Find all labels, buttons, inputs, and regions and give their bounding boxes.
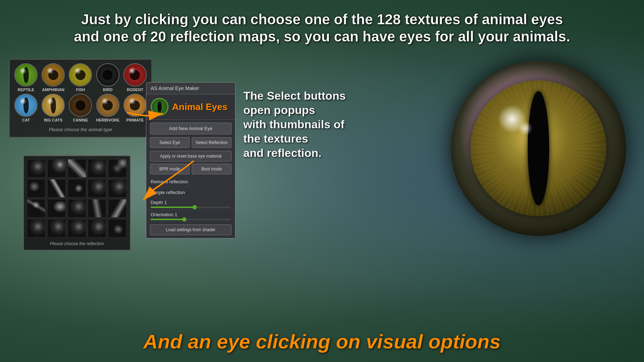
big-eye-iris (470, 80, 606, 216)
animal-label-fish: FISH (76, 88, 85, 92)
reflection-cell-15[interactable] (108, 199, 127, 218)
header-line1: Just by clicking you can choose one of t… (36, 11, 608, 28)
depth-slider-thumb[interactable] (192, 205, 197, 209)
apply-reset-button[interactable]: Apply or reset base eye material (150, 151, 231, 162)
panel-select-buttons: Select Eye Select Reflection (146, 137, 235, 151)
animal-grid: REPTILE AMPHIBIAN FISH BIRD RODENT CAT (13, 63, 148, 122)
panel-logo: Animal Eyes (146, 94, 235, 120)
animal-eye-canine[interactable] (69, 94, 92, 117)
animal-label-primate: PRIMATE (126, 118, 144, 122)
add-eye-button[interactable]: Add New Animal Eye (150, 123, 231, 134)
big-eye-container (451, 61, 626, 236)
desc-text: The Select buttons open popups with thum… (243, 89, 346, 160)
animal-label-cat: CAT (22, 118, 30, 122)
animal-cell-amphibian[interactable]: AMPHIBIAN (40, 63, 66, 92)
reflection-cell-11[interactable] (27, 199, 45, 218)
reflection-cell-7[interactable] (47, 179, 66, 198)
animal-label-bigcats: BIG CATS (44, 118, 63, 122)
big-eye-highlight2 (518, 121, 532, 135)
animal-eye-fish[interactable] (69, 63, 92, 86)
depth-label: Depth 1 (151, 200, 231, 205)
desc-line1: The Select buttons (243, 89, 346, 103)
animal-cell-herbivore[interactable]: HERBIVORE (95, 94, 121, 122)
depth-slider-row: Depth 1 (146, 198, 235, 210)
animal-cell-cat[interactable]: CAT (13, 94, 39, 122)
animal-cell-bird[interactable]: BIRD (95, 63, 121, 92)
best-mode-button[interactable]: Best mode (192, 164, 231, 174)
reflection-cell-1[interactable] (27, 159, 45, 178)
animal-cell-fish[interactable]: FISH (68, 63, 93, 92)
animal-grid-container: REPTILE AMPHIBIAN FISH BIRD RODENT CAT (9, 59, 152, 138)
reflection-cell-2[interactable] (47, 159, 66, 178)
animal-label-canine: CANINE (73, 118, 88, 122)
animal-label-amphibian: AMPHIBIAN (42, 88, 64, 92)
animal-cell-reptile[interactable]: REPTILE (13, 63, 39, 92)
reflection-cell-12[interactable] (47, 199, 66, 218)
reflection-cell-4[interactable] (88, 159, 106, 178)
reflection-cell-18[interactable] (68, 219, 86, 238)
desc-line5: and reflection. (243, 146, 346, 160)
animal-cell-primate[interactable]: PRIMATE (122, 94, 148, 122)
depth-slider-track[interactable] (151, 207, 231, 208)
animal-label-bird: BIRD (103, 88, 113, 92)
animal-eye-amphibian[interactable] (42, 63, 65, 86)
animal-grid-status: Please choose the animal type (13, 125, 148, 133)
desc-line3: with thumbnails of (243, 117, 346, 132)
depth-slider-fill (151, 207, 195, 208)
select-eye-button[interactable]: Select Eye (150, 137, 190, 148)
orientation-slider-track[interactable] (151, 219, 231, 220)
animal-cell-bigcats[interactable]: BIG CATS (40, 94, 66, 122)
header-line2: and one of 20 reflection maps, so you ca… (36, 28, 608, 45)
big-eye-pupil (528, 91, 549, 205)
reflection-cell-6[interactable] (27, 179, 45, 198)
reflection-grid-container: Please choose the reflection (23, 155, 131, 251)
orientation-label: Orientation 1 (151, 212, 231, 217)
animal-label-reptile: REPTILE (18, 88, 34, 92)
simple-reflection-option[interactable]: Simple reflection (146, 187, 235, 198)
reflection-grid-status: Please choose the reflection (27, 240, 127, 247)
orientation-slider-thumb[interactable] (182, 217, 186, 222)
animal-eye-bigcats[interactable] (42, 94, 65, 117)
reflection-cell-10[interactable] (108, 179, 127, 198)
reflection-grid (27, 159, 127, 238)
logo-eye-icon (151, 98, 169, 116)
desc-line4: the textures (243, 132, 346, 146)
big-eye-outer (451, 61, 626, 236)
bpr-mode-button[interactable]: BPR mode (150, 164, 190, 174)
animal-label-rodent: RODENT (127, 88, 143, 92)
remove-reflection-option[interactable]: Remove reflection (146, 177, 235, 187)
logo-title: Animal Eyes (172, 101, 228, 113)
panel: AS Animal Eye Maker Animal Eyes Add New … (146, 82, 235, 238)
animal-eye-primate[interactable] (123, 94, 147, 117)
header-text: Just by clicking you can choose one of t… (0, 0, 644, 52)
reflection-cell-19[interactable] (88, 219, 106, 238)
select-reflection-button[interactable]: Select Reflection (192, 137, 231, 148)
animal-eye-bird[interactable] (96, 63, 119, 86)
reflection-cell-17[interactable] (47, 219, 66, 238)
panel-mode-buttons: BPR mode Best mode (146, 164, 235, 177)
reflection-cell-9[interactable] (88, 179, 106, 198)
animal-cell-rodent[interactable]: RODENT (122, 63, 148, 92)
reflection-cell-3[interactable] (68, 159, 86, 178)
animal-eye-reptile[interactable] (14, 63, 38, 86)
reflection-cell-13[interactable] (68, 199, 86, 218)
desc-line2: open popups (243, 103, 346, 117)
bottom-text: And an eye clicking on visual options (0, 330, 644, 353)
reflection-cell-8[interactable] (68, 179, 86, 198)
animal-label-herbivore: HERBIVORE (96, 118, 119, 122)
reflection-cell-14[interactable] (88, 199, 106, 218)
reflection-cell-5[interactable] (108, 159, 127, 178)
orientation-slider-row: Orientation 1 (146, 210, 235, 222)
reflection-cell-20[interactable] (108, 219, 127, 238)
panel-title: AS Animal Eye Maker (146, 83, 235, 94)
animal-cell-canine[interactable]: CANINE (68, 94, 93, 122)
animal-eye-cat[interactable] (14, 94, 38, 117)
animal-eye-herbivore[interactable] (96, 94, 119, 117)
animal-eye-rodent[interactable] (123, 63, 147, 86)
orientation-slider-fill (151, 219, 184, 220)
reflection-cell-16[interactable] (27, 219, 45, 238)
load-settings-button[interactable]: Load settings from shader (150, 224, 231, 235)
